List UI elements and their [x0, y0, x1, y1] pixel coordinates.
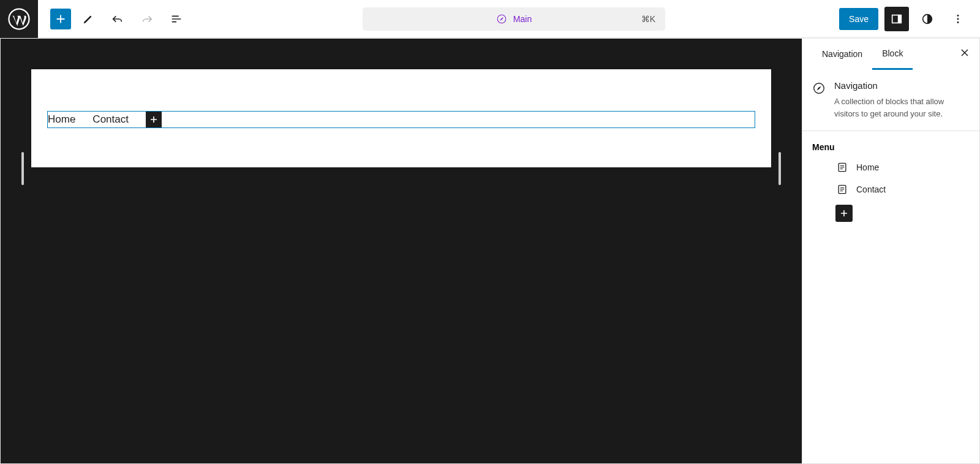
- svg-point-7: [957, 21, 959, 23]
- inspector-tabs: Navigation Block: [802, 39, 979, 69]
- document-title: Main: [513, 14, 532, 24]
- compass-icon: [812, 82, 826, 95]
- top-toolbar: Main ⌘K Save: [0, 0, 980, 38]
- document-title-bar[interactable]: Main ⌘K: [363, 7, 665, 31]
- menu-item-label: Contact: [856, 184, 886, 194]
- edit-tool-button[interactable]: [76, 7, 100, 31]
- undo-icon: [111, 12, 124, 26]
- list-view-icon: [170, 12, 183, 26]
- plus-icon: [148, 113, 160, 126]
- sidebar-icon: [890, 12, 903, 26]
- compass-icon: [496, 13, 507, 25]
- menu-item-contact[interactable]: Contact: [835, 183, 970, 196]
- page-icon: [835, 161, 849, 174]
- page-icon: [835, 183, 849, 196]
- ellipsis-vertical-icon: [951, 12, 965, 26]
- menu-panel: Menu Home: [802, 131, 979, 233]
- navigation-block[interactable]: Home Contact: [47, 111, 755, 128]
- add-block-button[interactable]: [50, 9, 71, 29]
- menu-item-home[interactable]: Home: [835, 161, 970, 174]
- navigation-block-icon: [812, 80, 826, 120]
- nav-link-contact[interactable]: Contact: [92, 113, 129, 126]
- undo-button[interactable]: [105, 7, 130, 31]
- nav-link-home[interactable]: Home: [48, 113, 75, 126]
- close-icon: [959, 47, 971, 59]
- redo-button: [135, 7, 159, 31]
- redo-icon: [140, 12, 154, 26]
- plus-icon: [54, 12, 67, 26]
- plus-icon: [838, 207, 850, 219]
- editor-canvas-area: Home Contact: [1, 39, 802, 463]
- settings-sidebar-toggle[interactable]: [884, 7, 909, 31]
- add-nav-item-button[interactable]: [146, 112, 162, 127]
- keyboard-shortcut: ⌘K: [641, 14, 655, 24]
- tab-navigation[interactable]: Navigation: [812, 39, 872, 69]
- settings-sidebar: Navigation Block Navigation A: [802, 39, 979, 463]
- resize-handle-left[interactable]: [21, 152, 24, 185]
- block-description: A collection of blocks that allow visito…: [834, 96, 970, 120]
- tab-block[interactable]: Block: [872, 39, 913, 70]
- wordpress-logo[interactable]: [0, 0, 38, 38]
- more-options-button[interactable]: [946, 7, 970, 31]
- page-canvas[interactable]: Home Contact: [31, 69, 771, 167]
- block-title: Navigation: [834, 80, 970, 91]
- block-description-panel: Navigation A collection of blocks that a…: [802, 69, 979, 131]
- contrast-icon: [921, 12, 934, 26]
- wordpress-icon: [8, 8, 30, 30]
- pencil-icon: [81, 12, 95, 26]
- save-button[interactable]: Save: [839, 8, 878, 30]
- svg-rect-3: [898, 15, 902, 23]
- svg-point-6: [957, 18, 959, 20]
- document-overview-button[interactable]: [164, 7, 189, 31]
- close-sidebar-button[interactable]: [959, 47, 971, 61]
- styles-button[interactable]: [915, 7, 940, 31]
- menu-heading: Menu: [812, 142, 970, 152]
- add-menu-item-button[interactable]: [835, 205, 853, 222]
- resize-handle-right[interactable]: [778, 152, 781, 185]
- menu-item-label: Home: [856, 162, 879, 172]
- svg-point-5: [957, 15, 959, 17]
